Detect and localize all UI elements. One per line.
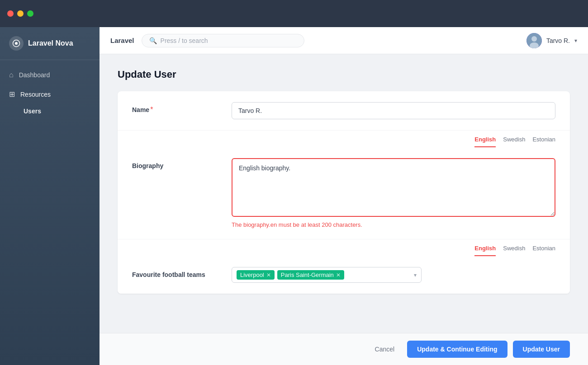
logo-text: Laravel Nova xyxy=(28,39,73,47)
teams-lang-tab-swedish[interactable]: Swedish xyxy=(503,245,525,256)
search-icon: 🔍 xyxy=(149,37,157,44)
tag-liverpool-label: Liverpool xyxy=(240,271,264,278)
sidebar-sub-item-label-users: Users xyxy=(24,108,41,115)
search-bar[interactable]: 🔍 Press / to search xyxy=(142,34,304,47)
topbar: Laravel 🔍 Press / to search Tarvo R. ▾ xyxy=(100,27,588,54)
tag-liverpool: Liverpool ✕ xyxy=(237,270,275,280)
sidebar-item-resources[interactable]: ⊞ Resources xyxy=(0,84,100,104)
biography-section: English Swedish Estonian Biography Engli… xyxy=(118,131,570,239)
form-card: Name* English Swedish Estonian xyxy=(118,91,570,294)
update-button[interactable]: Update User xyxy=(513,341,570,358)
sidebar: Laravel Nova ⌂ Dashboard ⊞ Resources Use… xyxy=(0,27,100,365)
traffic-lights xyxy=(7,10,33,17)
logo-icon xyxy=(9,36,24,51)
biography-lang-tabs: English Swedish Estonian xyxy=(118,131,570,147)
teams-lang-tab-estonian[interactable]: Estonian xyxy=(532,245,555,256)
name-field-col xyxy=(232,102,555,119)
tag-psg-label: Paris Saint-Germain xyxy=(281,271,334,278)
teams-lang-tabs: English Swedish Estonian xyxy=(118,239,570,256)
bio-lang-tab-english[interactable]: English xyxy=(474,136,496,147)
page-title: Update User xyxy=(118,69,570,80)
form-row-teams: Favourite football teams Liverpool ✕ Par… xyxy=(118,256,570,294)
app-container: Laravel Nova ⌂ Dashboard ⊞ Resources Use… xyxy=(0,27,588,365)
tag-liverpool-remove[interactable]: ✕ xyxy=(266,272,271,278)
biography-error: The biography.en must be at least 200 ch… xyxy=(232,221,555,228)
main-content: Laravel 🔍 Press / to search Tarvo R. ▾ xyxy=(100,27,588,365)
sidebar-item-label-resources: Resources xyxy=(20,91,51,98)
biography-textarea[interactable]: English biography. xyxy=(232,158,555,217)
update-continue-button[interactable]: Update & Continue Editing xyxy=(407,341,507,358)
sidebar-nav: ⌂ Dashboard ⊞ Resources Users xyxy=(0,60,100,124)
bio-lang-tab-estonian[interactable]: Estonian xyxy=(532,136,555,147)
teams-label-col: Favourite football teams xyxy=(132,267,232,279)
name-input[interactable] xyxy=(232,102,555,119)
biography-field-col: English biography. The biography.en must… xyxy=(232,158,555,228)
cancel-button[interactable]: Cancel xyxy=(368,341,402,357)
sidebar-item-dashboard[interactable]: ⌂ Dashboard xyxy=(0,66,100,84)
search-placeholder: Press / to search xyxy=(161,37,208,44)
biography-label-col: Biography xyxy=(132,158,232,170)
sidebar-logo[interactable]: Laravel Nova xyxy=(0,27,100,60)
teams-section: English Swedish Estonian Favourite footb… xyxy=(118,239,570,294)
tag-psg: Paris Saint-Germain ✕ xyxy=(277,270,344,280)
home-icon: ⌂ xyxy=(9,71,14,79)
titlebar xyxy=(0,0,588,27)
app-name: Laravel xyxy=(110,37,134,44)
biography-label: Biography xyxy=(132,162,163,169)
content-area: Update User Name* English Swedish xyxy=(100,54,588,333)
name-label-col: Name* xyxy=(132,102,232,114)
teams-lang-tab-english[interactable]: English xyxy=(474,245,496,256)
svg-point-1 xyxy=(15,42,18,45)
action-bar: Cancel Update & Continue Editing Update … xyxy=(100,333,588,365)
user-menu[interactable]: Tarvo R. ▾ xyxy=(526,33,577,48)
tags-dropdown-icon[interactable]: ▾ xyxy=(414,272,417,278)
name-required: * xyxy=(150,106,153,113)
close-button[interactable] xyxy=(7,10,14,17)
teams-field-col: Liverpool ✕ Paris Saint-Germain ✕ ▾ xyxy=(232,267,555,283)
tag-psg-remove[interactable]: ✕ xyxy=(336,272,341,278)
bio-lang-tab-swedish[interactable]: Swedish xyxy=(503,136,525,147)
chevron-down-icon: ▾ xyxy=(574,37,577,44)
form-row-name: Name* xyxy=(118,91,570,131)
form-row-biography: Biography English biography. The biograp… xyxy=(118,147,570,239)
minimize-button[interactable] xyxy=(17,10,24,17)
sidebar-sub-nav: Users xyxy=(0,104,100,118)
svg-point-3 xyxy=(531,36,537,42)
sidebar-item-users[interactable]: Users xyxy=(24,104,100,118)
user-name: Tarvo R. xyxy=(546,37,570,44)
name-label: Name xyxy=(132,106,149,113)
teams-label: Favourite football teams xyxy=(132,271,205,278)
grid-icon: ⊞ xyxy=(9,90,15,98)
teams-input[interactable]: Liverpool ✕ Paris Saint-Germain ✕ ▾ xyxy=(232,267,422,283)
sidebar-item-label-dashboard: Dashboard xyxy=(19,71,50,79)
maximize-button[interactable] xyxy=(27,10,33,17)
avatar xyxy=(526,33,542,48)
